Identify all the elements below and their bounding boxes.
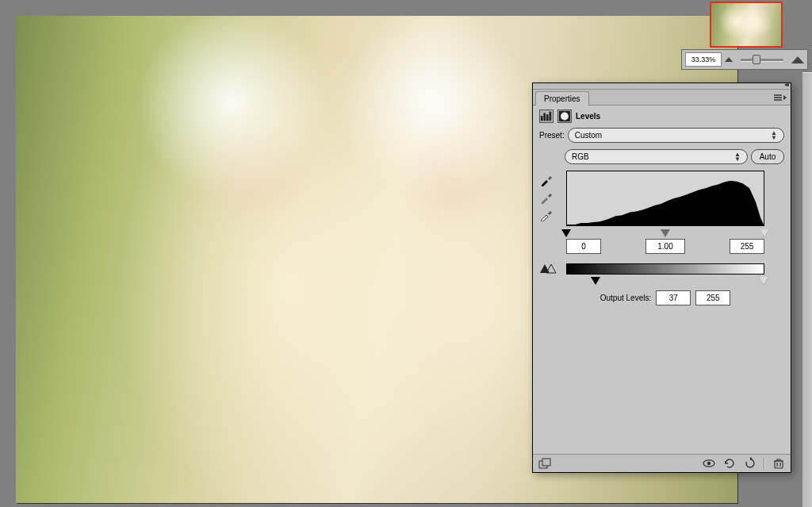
preset-value: Custom xyxy=(575,131,602,140)
svg-rect-7 xyxy=(542,459,550,466)
input-shadow-handle[interactable] xyxy=(561,229,571,237)
auto-button[interactable]: Auto xyxy=(751,149,784,164)
previous-state-icon[interactable] xyxy=(722,457,737,470)
svg-rect-1 xyxy=(543,113,546,121)
zoom-in-icon[interactable] xyxy=(791,56,804,63)
svg-point-9 xyxy=(707,462,710,465)
trash-icon[interactable] xyxy=(772,457,786,470)
svg-rect-10 xyxy=(775,461,783,468)
svg-rect-3 xyxy=(550,112,552,121)
layer-mask-icon[interactable] xyxy=(557,109,572,123)
properties-panel: Properties Levels Preset: Custom ▲▼ RGB xyxy=(532,83,791,473)
output-label: Output Levels: xyxy=(600,294,651,302)
zoom-slider[interactable] xyxy=(741,59,783,61)
white-point-eyedropper-icon[interactable] xyxy=(539,210,553,221)
zoom-slider-knob[interactable] xyxy=(753,55,760,64)
navigator-zoom-bar: 33.33% xyxy=(681,49,808,70)
output-highlight-field[interactable]: 255 xyxy=(695,290,730,305)
input-mid-handle[interactable] xyxy=(661,229,670,237)
output-highlight-handle[interactable] xyxy=(759,277,768,285)
panel-menu-icon[interactable] xyxy=(773,92,787,103)
reset-icon[interactable] xyxy=(743,457,757,470)
zoom-percent-field[interactable]: 33.33% xyxy=(685,52,722,67)
zoom-out-icon[interactable] xyxy=(725,57,733,62)
clip-to-layer-icon[interactable] xyxy=(538,457,552,470)
preset-label: Preset: xyxy=(539,131,565,140)
input-mid-field[interactable]: 1.00 xyxy=(645,239,685,254)
navigator-preview xyxy=(711,3,781,46)
preset-select[interactable]: Custom ▲▼ xyxy=(568,128,784,143)
output-shadow-field[interactable]: 37 xyxy=(656,290,691,305)
tab-properties[interactable]: Properties xyxy=(535,91,589,106)
svg-rect-0 xyxy=(541,116,543,121)
histogram xyxy=(566,171,764,226)
output-shadow-handle[interactable] xyxy=(591,277,600,285)
output-gradient xyxy=(566,263,764,275)
input-shadow-field[interactable]: 0 xyxy=(566,239,601,254)
navigator-thumbnail[interactable] xyxy=(710,2,783,48)
channel-value: RGB xyxy=(572,152,589,161)
select-updown-icon: ▲▼ xyxy=(734,152,741,162)
clipping-warning-icon[interactable] xyxy=(539,263,557,275)
divider xyxy=(764,458,765,469)
channel-select[interactable]: RGB ▲▼ xyxy=(565,149,748,164)
panel-dock-rail xyxy=(802,71,812,507)
gray-point-eyedropper-icon[interactable] xyxy=(539,193,553,204)
input-slider[interactable] xyxy=(566,226,764,237)
svg-rect-2 xyxy=(546,114,549,121)
input-highlight-field[interactable]: 255 xyxy=(730,239,764,254)
adjustment-title: Levels xyxy=(576,112,600,121)
black-point-eyedropper-icon[interactable] xyxy=(539,175,553,186)
select-updown-icon: ▲▼ xyxy=(771,131,777,140)
levels-icon xyxy=(539,109,553,123)
input-highlight-handle[interactable] xyxy=(760,229,769,237)
svg-point-5 xyxy=(561,113,569,121)
visibility-eye-icon[interactable] xyxy=(702,457,716,470)
panel-grip[interactable] xyxy=(533,83,791,90)
